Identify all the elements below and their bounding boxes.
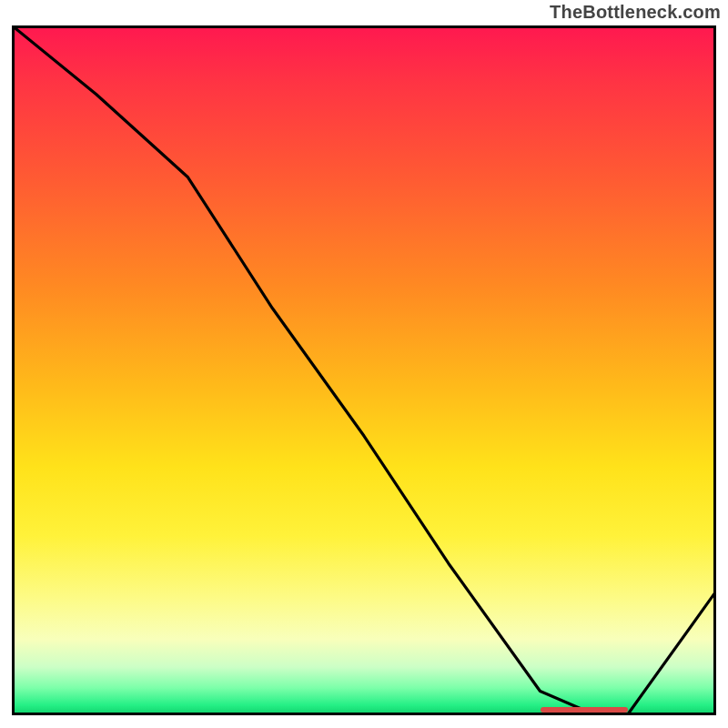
plot-area (12, 25, 716, 715)
chart-stage: TheBottleneck.com (0, 0, 728, 728)
optimum-marker (541, 707, 629, 713)
bottleneck-curve (12, 25, 716, 715)
watermark-text: TheBottleneck.com (550, 2, 721, 23)
